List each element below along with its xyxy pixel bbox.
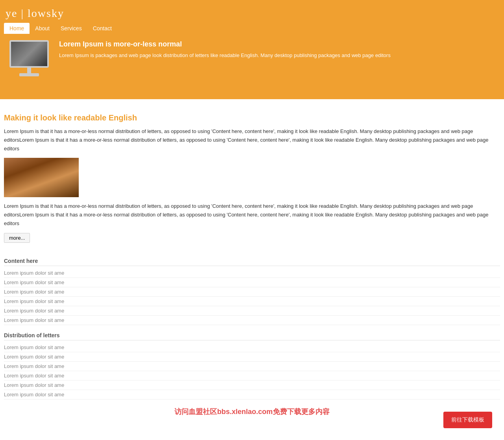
list-item: Lorem ipsum dolor sit ame bbox=[4, 306, 500, 316]
main-content: Making it look like readable English Lor… bbox=[0, 99, 504, 407]
list-item: Lorem ipsum dolor sit ame bbox=[4, 371, 500, 381]
scallop-border bbox=[0, 91, 504, 99]
main-section-heading: Making it look like readable English bbox=[4, 113, 500, 122]
list-item: Lorem ipsum dolor sit ame bbox=[4, 343, 500, 352]
list-item: Lorem ipsum dolor sit ame bbox=[4, 381, 500, 390]
hero-text: Lorem Ipsum is more-or-less normal Lorem… bbox=[59, 40, 391, 59]
main-nav: Home About Services Contact bbox=[4, 23, 500, 34]
monitor-stand bbox=[27, 68, 31, 73]
hero-description: Lorem Ipsum is packages and web page loo… bbox=[59, 52, 391, 59]
list-item: Lorem ipsum dolor sit ame bbox=[4, 352, 500, 362]
hero-image bbox=[6, 40, 53, 79]
list-item: Lorem ipsum dolor sit ame bbox=[4, 268, 500, 278]
hero-content: Lorem Ipsum is more-or-less normal Lorem… bbox=[4, 40, 500, 79]
list-item: Lorem ipsum dolor sit ame bbox=[4, 390, 500, 399]
nav-contact[interactable]: Contact bbox=[87, 23, 117, 34]
content-image-fill bbox=[4, 158, 79, 197]
list-section-heading: Content here bbox=[4, 258, 500, 264]
content-image bbox=[4, 158, 79, 197]
more-button[interactable]: more... bbox=[4, 233, 30, 243]
monitor-screen bbox=[9, 40, 49, 68]
list-item: Lorem ipsum dolor sit ame bbox=[4, 287, 500, 297]
body-text-1: Lorem Ipsum is that it has a more-or-les… bbox=[4, 127, 500, 153]
nav-home[interactable]: Home bbox=[4, 23, 30, 34]
monitor-illustration bbox=[6, 40, 53, 79]
body-text-2: Lorem Ipsum is that it has a more-or-les… bbox=[4, 202, 500, 228]
list-item: Lorem ipsum dolor sit ame bbox=[4, 316, 500, 325]
site-title: ye | lowsky bbox=[4, 4, 500, 23]
hero-section: ye | lowsky Home About Services Contact … bbox=[0, 0, 504, 91]
list-item: Lorem ipsum dolor sit ame bbox=[4, 362, 500, 371]
list-divider bbox=[4, 340, 500, 340]
list-section-heading: Distribution of letters bbox=[4, 332, 500, 338]
list-item: Lorem ipsum dolor sit ame bbox=[4, 297, 500, 306]
nav-services[interactable]: Services bbox=[55, 23, 87, 34]
person-silhouette bbox=[11, 42, 47, 66]
list-sections: Content hereLorem ipsum dolor sit ameLor… bbox=[4, 258, 500, 399]
list-item: Lorem ipsum dolor sit ame bbox=[4, 278, 500, 287]
list-divider bbox=[4, 266, 500, 266]
monitor-base bbox=[19, 73, 39, 76]
hero-heading: Lorem Ipsum is more-or-less normal bbox=[59, 40, 391, 48]
nav-about[interactable]: About bbox=[30, 23, 55, 34]
